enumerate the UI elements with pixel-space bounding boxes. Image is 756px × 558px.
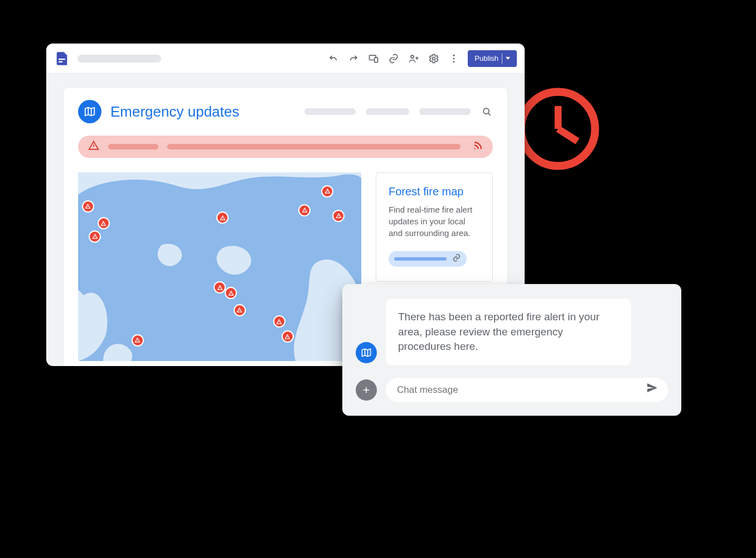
svg-point-9 (453, 61, 455, 62)
page-header: Emergency updates (78, 100, 493, 123)
nav-placeholders (304, 105, 493, 118)
map-landmass (78, 172, 361, 361)
redo-icon[interactable] (347, 52, 360, 65)
fire-alert-marker-icon[interactable] (82, 200, 94, 213)
site-title-placeholder[interactable] (77, 55, 161, 62)
svg-line-2 (558, 129, 578, 141)
svg-point-8 (453, 57, 455, 59)
warning-triangle-icon (88, 140, 99, 153)
alert-text-placeholder (108, 144, 158, 150)
chat-bubble: There has been a reported fire alert in … (386, 299, 631, 365)
nav-item[interactable] (304, 108, 356, 115)
more-icon[interactable] (448, 52, 460, 65)
gear-icon[interactable] (428, 52, 440, 65)
rss-icon[interactable] (473, 141, 483, 153)
fire-alert-marker-icon[interactable] (298, 204, 311, 217)
search-icon[interactable] (481, 105, 493, 118)
svg-point-11 (474, 148, 476, 149)
svg-rect-4 (375, 57, 378, 62)
fire-alert-marker-icon[interactable] (332, 210, 345, 222)
chat-panel: There has been a reported fire alert in … (342, 284, 681, 416)
svg-point-6 (433, 57, 435, 60)
side-card-title: Forest fire map (389, 185, 480, 198)
divider (502, 54, 502, 64)
fire-alert-marker-icon[interactable] (321, 185, 333, 198)
page-title: Emergency updates (110, 103, 239, 121)
fire-alert-marker-icon[interactable] (214, 281, 226, 294)
fire-alert-marker-icon[interactable] (234, 304, 246, 316)
alert-text-placeholder (167, 144, 461, 150)
chat-input[interactable] (386, 378, 668, 402)
fire-alert-marker-icon[interactable] (273, 315, 285, 328)
fire-map[interactable] (78, 172, 361, 361)
side-info-card: Forest fire map Find real-time fire aler… (376, 172, 493, 282)
share-person-icon[interactable] (408, 52, 420, 65)
chevron-down-icon[interactable] (506, 57, 510, 60)
link-icon[interactable] (387, 52, 400, 65)
fire-alert-marker-icon[interactable] (98, 217, 110, 229)
nav-item[interactable] (366, 108, 409, 115)
fire-alert-marker-icon[interactable] (282, 330, 294, 343)
svg-point-5 (411, 55, 414, 58)
send-icon[interactable] (646, 381, 659, 397)
undo-icon[interactable] (327, 52, 340, 65)
svg-point-7 (453, 54, 455, 56)
publish-label: Publish (474, 54, 498, 62)
fire-alert-marker-icon[interactable] (132, 334, 144, 347)
side-card-desc: Find real-time fire alert updates in you… (389, 204, 480, 239)
sites-logo-icon (54, 51, 70, 66)
toolbar: Publish (327, 50, 517, 67)
titlebar: Publish (46, 44, 525, 74)
link-chip[interactable] (389, 251, 467, 267)
clock-icon (514, 85, 602, 173)
device-preview-icon[interactable] (367, 52, 380, 65)
nav-item[interactable] (419, 108, 471, 115)
svg-point-10 (483, 108, 489, 114)
link-icon (452, 253, 461, 264)
alert-banner[interactable] (78, 136, 493, 158)
link-text-placeholder (394, 257, 447, 261)
publish-button[interactable]: Publish (468, 50, 517, 67)
map-icon (78, 100, 101, 123)
bot-avatar-map-icon (356, 342, 377, 363)
add-attachment-button[interactable] (356, 379, 377, 401)
